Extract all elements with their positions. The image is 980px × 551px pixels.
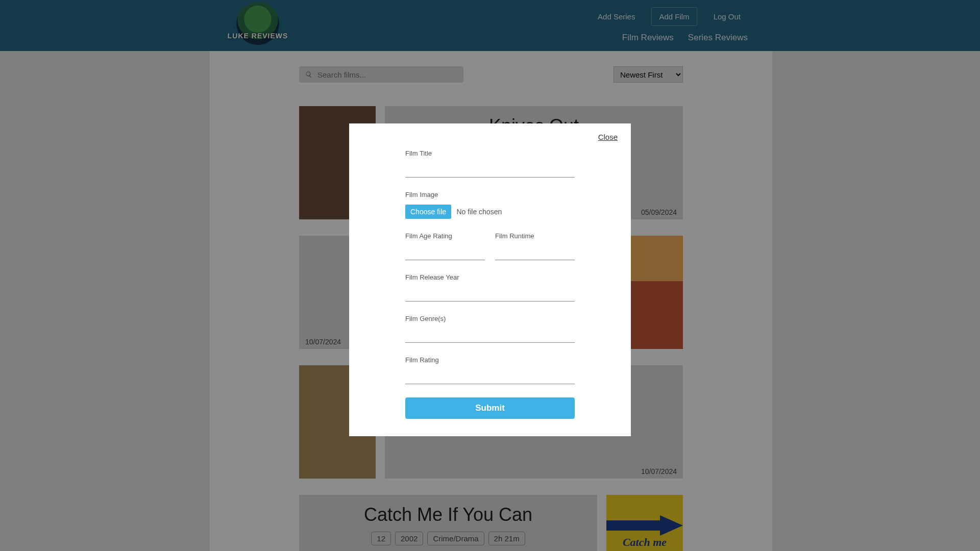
field-runtime: Film Runtime [495, 232, 575, 260]
label-genres: Film Genre(s) [405, 315, 575, 322]
label-runtime: Film Runtime [495, 232, 575, 240]
input-title[interactable] [405, 163, 575, 178]
label-image: Film Image [405, 191, 575, 198]
input-runtime[interactable] [495, 246, 575, 260]
label-title: Film Title [405, 149, 575, 157]
add-film-dialog: Close Film Title Film Image Choose file … [349, 123, 631, 436]
field-age-rating: Film Age Rating [405, 232, 485, 260]
label-rating: Film Rating [405, 356, 575, 364]
add-film-form: Film Title Film Image Choose file No fil… [362, 149, 618, 419]
field-release-year: Film Release Year [405, 273, 575, 302]
input-rating[interactable] [405, 370, 575, 384]
close-button[interactable]: Close [362, 133, 618, 141]
field-rating: Film Rating [405, 356, 575, 384]
field-genres: Film Genre(s) [405, 315, 575, 343]
choose-file-button[interactable]: Choose file [405, 205, 451, 219]
label-release-year: Film Release Year [405, 273, 575, 281]
field-title: Film Title [405, 149, 575, 178]
input-age-rating[interactable] [405, 246, 485, 260]
submit-button[interactable]: Submit [405, 397, 575, 419]
input-release-year[interactable] [405, 287, 575, 302]
field-image: Film Image Choose file No file chosen [405, 191, 575, 219]
label-age-rating: Film Age Rating [405, 232, 485, 240]
input-genres[interactable] [405, 329, 575, 343]
no-file-text: No file chosen [457, 208, 502, 216]
